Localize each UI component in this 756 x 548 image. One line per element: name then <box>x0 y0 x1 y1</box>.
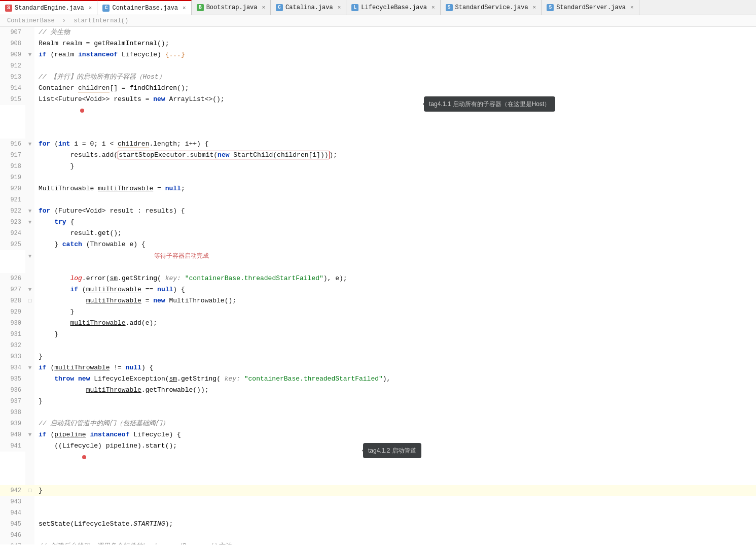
fold-gutter <box>25 183 34 194</box>
line-number: 913 <box>0 72 25 83</box>
table-row: 913 // 【并行】的启动所有的子容器（Host） <box>0 72 756 83</box>
table-row: 935 throw new LifecycleException(sm.getS… <box>0 373 756 385</box>
tab-close-standardserver[interactable]: × <box>630 5 634 11</box>
tab-lifecyclebase[interactable]: L LifecycleBase.java × <box>346 0 440 15</box>
fold-gutter <box>25 150 34 161</box>
tab-standardserver[interactable]: S StandardServer.java × <box>542 0 639 15</box>
table-row: 929 } <box>0 306 756 318</box>
table-row: 939 // 启动我们管道中的阀门（包括基础阀门） <box>0 418 756 429</box>
fold-icon[interactable]: ▼ <box>28 432 32 438</box>
tab-containerbase[interactable]: S StandardEngine.java × <box>0 0 97 15</box>
code-line: } <box>34 306 756 318</box>
fold-gutter <box>25 373 34 385</box>
line-number: 907 <box>0 27 25 38</box>
table-row: 915 List<Future<Void>> results = new Arr… <box>0 94 756 139</box>
line-number: 930 <box>0 318 25 329</box>
tab-close-standardengine[interactable]: × <box>89 5 92 11</box>
line-number: 945 <box>0 519 25 530</box>
code-line <box>34 194 756 206</box>
fold-gutter <box>25 530 34 541</box>
tab-bootstrap[interactable]: B Bootstrap.java × <box>192 0 271 15</box>
table-row: 916 ▼ for (int i = 0; i < children.lengt… <box>0 139 756 150</box>
fold-icon[interactable]: ▼ <box>28 208 32 214</box>
tab-catalina[interactable]: C Catalina.java × <box>271 0 346 15</box>
code-line: results.add(startStopExecutor.submit(new… <box>34 150 756 161</box>
code-line: multiThrowable.getThrowable()); <box>34 385 756 396</box>
table-row: 914 Container children[] = findChildren(… <box>0 83 756 94</box>
table-row: 924 result.get(); <box>0 228 756 239</box>
tab-icon-containerbase: C <box>102 5 110 12</box>
tab-close-standardservice[interactable]: × <box>533 5 536 11</box>
line-number: 926 <box>0 273 25 284</box>
fold-gutter <box>25 496 34 507</box>
fold-icon[interactable]: ▼ <box>28 287 32 293</box>
tab-icon-lifecyclebase: L <box>351 4 358 11</box>
line-number: 924 <box>0 228 25 239</box>
tab-standardservice[interactable]: S StandardService.java × <box>441 0 542 15</box>
breadcrumb: ContainerBase › startInternal() <box>0 15 756 27</box>
tab-label-containerbase: ContainerBase.java <box>112 5 178 12</box>
tab-close-bootstrap[interactable]: × <box>262 5 266 11</box>
tab-label-standardservice: StandardService.java <box>455 4 528 11</box>
tab-label-bootstrap: Bootstrap.java <box>206 4 258 11</box>
fold-icon[interactable]: □ <box>28 298 32 304</box>
code-line: try { <box>34 217 756 228</box>
line-number: 947 <box>0 541 25 544</box>
editor: 907 // 关生物 908 Realm realm = getRealmInt… <box>0 27 756 544</box>
table-row: 917 results.add(startStopExecutor.submit… <box>0 150 756 161</box>
table-row: 931 } <box>0 329 756 340</box>
table-row: 923 ▼ try { <box>0 217 756 228</box>
tab-label-standardserver: StandardServer.java <box>556 4 626 11</box>
tab-label-standardengine: StandardEngine.java <box>15 5 84 12</box>
line-number: 941 <box>0 440 25 452</box>
code-line: multiThrowable = new MultiThrowable(); <box>34 295 756 306</box>
line-number: 909 <box>0 49 25 60</box>
fold-gutter: □ <box>25 485 34 496</box>
line-number: 916 <box>0 139 25 150</box>
code-line: log.error(sm.getString( key: "containerB… <box>34 273 756 284</box>
fold-gutter: ▼ <box>25 139 34 150</box>
line-number: 929 <box>0 306 25 318</box>
tooltip-tag412: tag4.1.2 启动管道 <box>363 443 421 458</box>
code-line: } <box>34 485 756 496</box>
table-row: 922 ▼ for (Future<Void> result : results… <box>0 206 756 217</box>
fold-gutter <box>25 340 34 351</box>
line-number: 918 <box>0 161 25 172</box>
line-number: 944 <box>0 507 25 519</box>
fold-icon[interactable]: ▼ <box>28 141 32 147</box>
code-line: // 关生物 <box>34 27 756 38</box>
code-line <box>34 496 756 507</box>
table-row: 936 multiThrowable.getThrowable()); <box>0 385 756 396</box>
table-row: 947 // 创建后台线程，调用各个组件的backgroundProcess()… <box>0 541 756 544</box>
fold-icon[interactable]: ▼ <box>28 253 32 259</box>
breadcrumb-part2[interactable]: startInternal() <box>74 17 128 24</box>
code-line: throw new LifecycleException(sm.getStrin… <box>34 373 756 385</box>
tooltip-waitchild: 等待子容器启动完成 <box>154 252 209 259</box>
table-row: 938 <box>0 407 756 418</box>
tab-containerbase[interactable]: C ContainerBase.java × <box>97 0 191 15</box>
code-line: } <box>34 329 756 340</box>
fold-icon[interactable]: ▼ <box>28 365 32 371</box>
tab-icon-catalina: C <box>276 4 283 11</box>
tab-close-catalina[interactable]: × <box>338 5 341 11</box>
table-row: 918 } <box>0 161 756 172</box>
line-number: 921 <box>0 194 25 206</box>
code-line: if (multiThrowable != null) { <box>34 362 756 373</box>
fold-gutter <box>25 60 34 72</box>
table-row: 926 log.error(sm.getString( key: "contai… <box>0 273 756 284</box>
code-line: // 启动我们管道中的阀门（包括基础阀门） <box>34 418 756 429</box>
code-line: } catch (Throwable e) { 等待子容器启动完成 <box>34 239 756 273</box>
line-number: 938 <box>0 407 25 418</box>
fold-icon[interactable]: ▼ <box>28 52 32 58</box>
code-editor-body: 907 // 关生物 908 Realm realm = getRealmInt… <box>0 27 756 544</box>
fold-icon[interactable]: ▼ <box>28 219 32 225</box>
table-row: 945 setState(LifecycleState.STARTING); <box>0 519 756 530</box>
table-row: 932 <box>0 340 756 351</box>
breadcrumb-part1[interactable]: ContainerBase <box>7 17 55 24</box>
fold-gutter <box>25 351 34 362</box>
tab-close-lifecyclebase[interactable]: × <box>431 5 435 11</box>
tab-icon-standardserver: S <box>547 4 554 11</box>
tab-close-containerbase[interactable]: × <box>183 5 186 11</box>
line-number: 937 <box>0 396 25 407</box>
fold-icon[interactable]: □ <box>28 488 32 494</box>
